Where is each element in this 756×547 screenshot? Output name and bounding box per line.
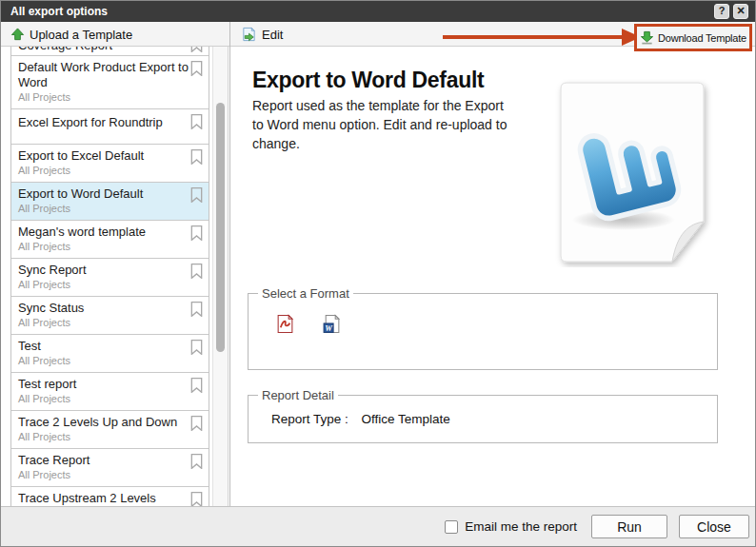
template-scope: All Projects: [18, 164, 201, 178]
template-list-item[interactable]: Coverage Report: [11, 47, 209, 56]
toolbar-divider: [229, 22, 230, 47]
annotation-highlight-box: Download Template: [634, 24, 752, 51]
template-title: Sync Report: [18, 263, 202, 278]
select-format-legend: Select a Format: [258, 286, 353, 301]
template-scope: All Projects: [18, 240, 201, 254]
titlebar: All export options ? ✕: [1, 1, 755, 22]
bookmark-icon[interactable]: [190, 302, 203, 317]
bookmark-icon[interactable]: [190, 149, 203, 165]
template-title: Export to Excel Default: [18, 148, 202, 164]
upload-template-label: Upload a Template: [30, 28, 132, 42]
svg-text:W: W: [325, 323, 333, 333]
annotation-arrow-line: [443, 35, 622, 39]
template-list-item[interactable]: Trace Report All Projects: [11, 449, 209, 487]
template-list-item[interactable]: Default Work Product Export to Word All …: [11, 56, 209, 109]
template-scope: All Projects: [18, 392, 201, 406]
bookmark-icon[interactable]: [190, 187, 203, 203]
template-title: Test: [18, 339, 202, 354]
upload-template-button[interactable]: Upload a Template: [10, 22, 132, 47]
template-list-item[interactable]: Excel Export for Roundtrip: [11, 109, 209, 145]
template-title: Sync Status: [18, 301, 202, 316]
template-scope: All Projects: [18, 430, 201, 444]
template-list-item[interactable]: Test report All Projects: [11, 373, 209, 411]
word-document-image: [549, 79, 713, 267]
template-list[interactable]: Coverage Report Default Work Product Exp…: [10, 47, 209, 506]
bookmark-icon[interactable]: [190, 340, 203, 355]
close-icon[interactable]: ✕: [733, 4, 748, 19]
upload-icon: [10, 28, 25, 42]
edit-label: Edit: [262, 28, 283, 42]
template-title: Export to Word Default: [18, 186, 202, 202]
template-title: Megan's word template: [18, 225, 202, 240]
template-scope: All Projects: [18, 316, 201, 330]
footer-bar: Email me the report Run Close: [1, 506, 755, 546]
bookmark-icon[interactable]: [190, 264, 203, 279]
list-scrollbar[interactable]: [212, 47, 229, 506]
template-title: Test report: [18, 377, 202, 392]
edit-icon: [241, 27, 257, 43]
template-scope: All Projects: [18, 278, 201, 292]
template-title: Trace Upstream 2 Levels: [18, 491, 202, 506]
template-list-item[interactable]: Sync Status All Projects: [11, 297, 209, 335]
download-template-button[interactable]: Download Template: [658, 32, 746, 44]
template-title: Excel Export for Roundtrip: [18, 115, 202, 130]
template-list-item[interactable]: Trace Upstream 2 Levels All Projects: [11, 487, 209, 506]
template-scope: All Projects: [18, 202, 201, 216]
edit-button[interactable]: Edit: [241, 22, 283, 47]
help-button[interactable]: ?: [714, 4, 729, 19]
template-title: Trace Report: [18, 453, 202, 468]
report-type-value: Office Template: [362, 412, 450, 426]
report-detail-section: Report Detail Report Type : Office Templ…: [248, 388, 718, 443]
bookmark-icon[interactable]: [190, 416, 203, 431]
window-title: All export options: [10, 5, 108, 18]
report-detail-legend: Report Detail: [258, 388, 338, 402]
close-button[interactable]: Close: [679, 515, 749, 538]
bookmark-icon[interactable]: [190, 454, 203, 469]
template-list-item[interactable]: Export to Excel Default All Projects: [11, 145, 209, 183]
list-scrollbar-thumb[interactable]: [216, 103, 225, 352]
template-scope: All Projects: [18, 468, 201, 482]
bookmark-icon[interactable]: [190, 492, 203, 506]
template-list-item[interactable]: Test All Projects: [11, 335, 209, 373]
word-format-icon[interactable]: W: [322, 314, 342, 334]
template-title: Coverage Report: [18, 47, 202, 53]
download-icon: [640, 30, 654, 45]
bookmark-icon[interactable]: [190, 225, 203, 241]
bookmark-icon[interactable]: [190, 47, 203, 52]
template-list-item[interactable]: Trace 2 Levels Up and Down All Projects: [11, 411, 209, 449]
report-type-label: Report Type :: [271, 412, 348, 426]
pdf-format-icon[interactable]: [275, 314, 295, 334]
email-report-label[interactable]: Email me the report: [465, 519, 577, 534]
select-format-section: Select a Format W: [248, 286, 718, 370]
page-title: Export to Word Default: [252, 68, 484, 93]
bookmark-icon[interactable]: [190, 378, 203, 393]
detail-panel: Export to Word Default Report used as th…: [229, 47, 755, 506]
export-options-dialog: All export options ? ✕ Upload a Template…: [0, 0, 756, 547]
run-button[interactable]: Run: [591, 515, 667, 538]
email-report-checkbox[interactable]: [445, 520, 458, 534]
bookmark-icon[interactable]: [190, 61, 203, 76]
template-title: Trace 2 Levels Up and Down: [18, 415, 202, 430]
template-scope: All Projects: [18, 354, 201, 368]
template-description: Report used as the template for the Expo…: [252, 96, 507, 153]
template-scope: All Projects: [18, 90, 201, 105]
template-list-item[interactable]: Export to Word Default All Projects: [11, 183, 209, 221]
template-title: Default Work Product Export to Word: [18, 60, 202, 90]
bookmark-icon[interactable]: [190, 114, 203, 129]
template-list-item[interactable]: Megan's word template All Projects: [11, 221, 209, 259]
template-list-item[interactable]: Sync Report All Projects: [11, 259, 209, 297]
